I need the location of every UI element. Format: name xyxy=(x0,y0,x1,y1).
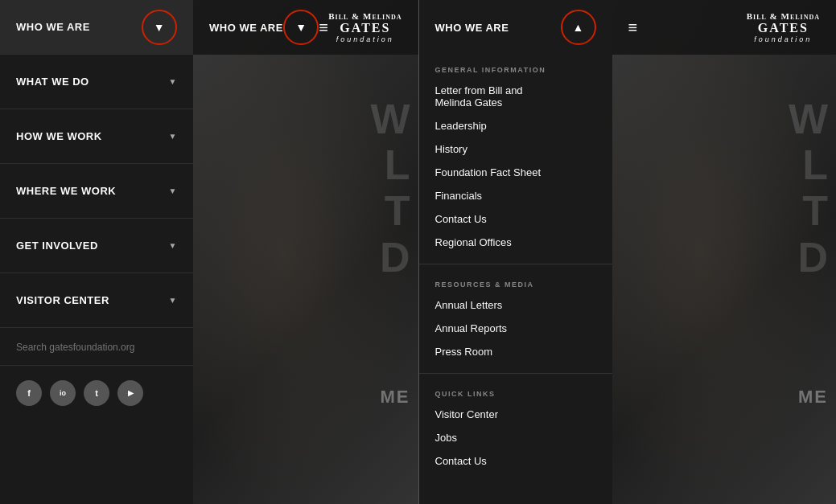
quicklinks-section: QUICK LINKS Visitor Center Jobs Contact … xyxy=(419,379,612,477)
resources-title: RESOURCES & MEDIA xyxy=(435,281,596,289)
hamburger-button[interactable]: ≡ xyxy=(319,18,328,37)
dropdown-letter[interactable]: Letter from Bill andMelinda Gates xyxy=(435,79,596,114)
right-content-topbar: ≡ BILL & MELINDA GATES foundation xyxy=(612,0,837,55)
logo-text: BILL & MELINDA xyxy=(328,11,402,21)
right-background-texture: ≡ BILL & MELINDA GATES foundation W L T … xyxy=(612,0,837,504)
chevron-up-icon: ▲ xyxy=(573,21,584,34)
nav-label: WHO WE ARE xyxy=(16,21,90,33)
chevron-down-icon: ▼ xyxy=(169,132,177,141)
right-hamburger-button[interactable]: ≡ xyxy=(628,18,638,37)
nav-label: VISITOR CENTER xyxy=(16,294,109,306)
who-we-are-title: WHO WE ARE xyxy=(209,22,283,34)
dropdown-press-room[interactable]: Press Room xyxy=(435,340,596,363)
dropdown-leadership[interactable]: Leadership xyxy=(435,114,596,137)
general-info-section: GENERAL INFORMATION Letter from Bill and… xyxy=(419,55,612,259)
io-icon[interactable]: io xyxy=(50,380,76,406)
who-we-are-up-toggle[interactable]: ▼ xyxy=(283,10,319,45)
dropdown-regional-offices[interactable]: Regional Offices xyxy=(435,231,596,254)
chevron-down-icon: ▼ xyxy=(295,21,307,34)
sidebar-item-who-we-are[interactable]: WHO WE ARE ▼ xyxy=(0,0,193,55)
dropdown-contact-us-quick[interactable]: Contact Us xyxy=(435,449,596,473)
dropdown-annual-letters[interactable]: Annual Letters xyxy=(435,293,596,317)
overlay-letters: W L T D xyxy=(370,96,418,281)
twitter-icon[interactable]: t xyxy=(84,380,109,406)
sidebar-item-visitor-center[interactable]: VISITOR CENTER ▼ xyxy=(0,273,193,328)
sidebar-item-what-we-do[interactable]: WHAT WE DO ▼ xyxy=(0,55,193,109)
youtube-icon[interactable]: ▶ xyxy=(117,380,143,406)
logo-foundation: foundation xyxy=(328,35,402,43)
left-sidebar: WHO WE ARE ▼ WHAT WE DO ▼ HOW WE WORK ▼ … xyxy=(0,0,193,504)
who-we-are-toggle-left[interactable]: ▼ xyxy=(142,10,177,45)
right-panel: WHO WE ARE ▲ GENERAL INFORMATION Letter … xyxy=(419,0,837,504)
right-overlay-me: ME xyxy=(798,387,828,408)
facebook-icon[interactable]: f xyxy=(16,380,42,406)
right-logo-foundation: foundation xyxy=(747,35,820,43)
sidebar-item-get-involved[interactable]: GET INVOLVED ▼ xyxy=(0,219,193,273)
left-panel: WHO WE ARE ▼ WHAT WE DO ▼ HOW WE WORK ▼ … xyxy=(0,0,418,504)
overlay-me: ME xyxy=(381,387,410,408)
dropdown-history[interactable]: History xyxy=(435,137,596,161)
dropdown-contact-us[interactable]: Contact Us xyxy=(435,207,596,231)
chevron-down-icon: ▼ xyxy=(154,21,165,34)
quicklinks-title: QUICK LINKS xyxy=(435,390,596,398)
chevron-down-icon: ▼ xyxy=(169,186,177,195)
sidebar-item-where-we-work[interactable]: WHERE WE WORK ▼ xyxy=(0,164,193,219)
right-logo-gates: GATES xyxy=(747,21,820,35)
nav-label: WHAT WE DO xyxy=(16,76,89,88)
resources-section: RESOURCES & MEDIA Annual Letters Annual … xyxy=(419,269,612,368)
right-topbar: WHO WE ARE ▲ xyxy=(419,0,612,55)
right-logo: BILL & MELINDA GATES foundation xyxy=(747,11,820,43)
right-overlay-letters: W L T D xyxy=(789,96,836,281)
background-texture: WHO WE ARE ▼ ≡ BILL & MELINDA GATES foun… xyxy=(193,0,418,504)
nav-label: GET INVOLVED xyxy=(16,240,98,252)
section-divider-1 xyxy=(419,264,612,264)
left-content-topbar: WHO WE ARE ▼ ≡ BILL & MELINDA GATES foun… xyxy=(193,0,418,55)
chevron-down-icon: ▼ xyxy=(169,241,177,250)
search-input[interactable] xyxy=(16,342,177,353)
general-info-title: GENERAL INFORMATION xyxy=(435,66,596,74)
dropdown-financials[interactable]: Financials xyxy=(435,184,596,207)
dropdown-fact-sheet[interactable]: Foundation Fact Sheet xyxy=(435,161,596,184)
who-we-are-right-title: WHO WE ARE xyxy=(435,22,509,34)
dropdown-annual-reports[interactable]: Annual Reports xyxy=(435,317,596,340)
right-content: ≡ BILL & MELINDA GATES foundation W L T … xyxy=(612,0,837,504)
logo-gates: GATES xyxy=(328,21,402,35)
chevron-down-icon: ▼ xyxy=(169,296,177,305)
nav-label: HOW WE WORK xyxy=(16,130,102,142)
search-area xyxy=(0,328,193,366)
right-logo-text: BILL & MELINDA xyxy=(747,11,820,21)
dropdown-visitor-center[interactable]: Visitor Center xyxy=(435,403,596,426)
right-sidebar-dropdown: WHO WE ARE ▲ GENERAL INFORMATION Letter … xyxy=(419,0,612,504)
left-content: WHO WE ARE ▼ ≡ BILL & MELINDA GATES foun… xyxy=(193,0,418,504)
sidebar-item-how-we-work[interactable]: HOW WE WORK ▼ xyxy=(0,109,193,164)
social-links: f io t ▶ xyxy=(0,366,193,420)
nav-label: WHERE WE WORK xyxy=(16,185,116,197)
logo: BILL & MELINDA GATES foundation xyxy=(328,11,402,43)
who-we-are-toggle-right[interactable]: ▲ xyxy=(561,10,596,45)
section-divider-2 xyxy=(419,373,612,374)
chevron-down-icon: ▼ xyxy=(169,77,177,86)
dropdown-jobs[interactable]: Jobs xyxy=(435,426,596,449)
